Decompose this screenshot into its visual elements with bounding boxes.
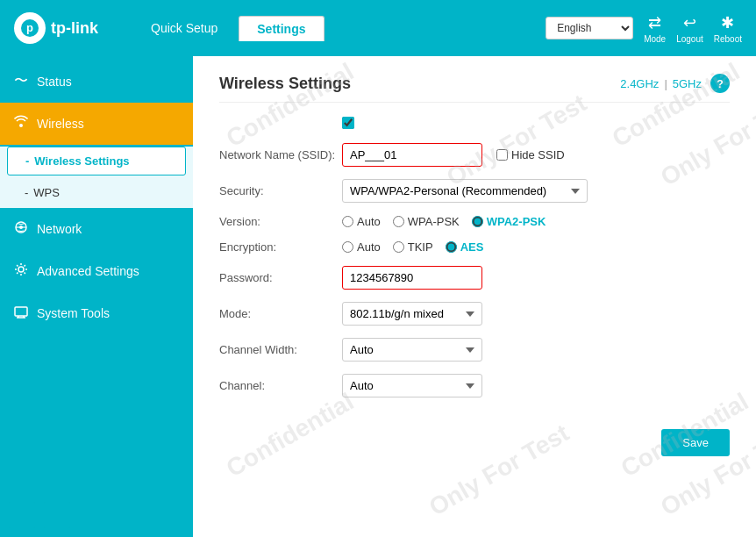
sidebar-sub-wireless-settings[interactable]: - Wireless Settings — [7, 147, 186, 175]
mode-label: Mode: — [219, 307, 342, 320]
security-label: Security: — [219, 184, 342, 197]
page-title: Wireless Settings — [219, 75, 351, 93]
reboot-button[interactable]: ✱ Reboot — [714, 13, 742, 44]
freq-2g-link[interactable]: 2.4GHz — [620, 77, 659, 90]
nav-tabs: Quick Setup Settings — [133, 16, 546, 41]
security-control: WPA/WPA2-Personal (Recommended) WPA/WPA2… — [342, 179, 730, 203]
sidebar-label-status: Status — [37, 75, 72, 89]
channel-width-row: Channel Width: Auto 20MHz 40MHz — [219, 338, 730, 362]
version-wpapsk-radio[interactable] — [393, 216, 404, 227]
encryption-auto-label[interactable]: Auto — [342, 240, 381, 254]
channel-width-select[interactable]: Auto 20MHz 40MHz — [342, 338, 482, 362]
sidebar-item-wireless[interactable]: Wireless — [0, 103, 193, 145]
encryption-aes-label[interactable]: AES — [446, 240, 484, 254]
security-select[interactable]: WPA/WPA2-Personal (Recommended) WPA/WPA2… — [342, 179, 588, 203]
content-header: Wireless Settings 2.4GHz | 5GHz ? — [219, 74, 730, 103]
sidebar-item-status[interactable]: 〜 Status — [0, 60, 193, 103]
encryption-row: Encryption: Auto TKIP AES — [219, 240, 730, 254]
channel-width-control: Auto 20MHz 40MHz — [342, 338, 730, 362]
sidebar-item-system[interactable]: System Tools — [0, 292, 193, 334]
mode-icon: ⇄ — [648, 13, 661, 32]
network-name-control: Hide SSID — [342, 143, 730, 167]
encryption-control: Auto TKIP AES — [342, 240, 730, 254]
mode-row: Mode: 802.11b/g/n mixed 802.11n only 802… — [219, 302, 730, 326]
sidebar-bottom-decoration — [9, 502, 70, 528]
sidebar-item-advanced[interactable]: Advanced Settings — [0, 250, 193, 292]
version-label: Version: — [219, 215, 342, 228]
sidebar-label-advanced: Advanced Settings — [37, 264, 139, 278]
freq-links: 2.4GHz | 5GHz — [620, 77, 702, 90]
network-name-row: Network Name (SSID): Hide SSID — [219, 143, 730, 167]
freq-5g-link[interactable]: 5GHz — [673, 77, 702, 90]
encryption-tkip-radio[interactable] — [393, 241, 404, 253]
version-row: Version: Auto WPA-PSK WPA2-PSK — [219, 215, 730, 228]
network-name-input[interactable] — [342, 143, 482, 167]
network-icon — [14, 220, 28, 238]
password-control — [342, 266, 730, 290]
logout-icon: ↩ — [683, 13, 696, 32]
sidebar-label-wireless: Wireless — [37, 117, 84, 131]
sidebar-label-system: System Tools — [37, 306, 110, 320]
hide-ssid-checkbox[interactable] — [496, 149, 508, 161]
header-right: English ⇄ Mode ↩ Logout ✱ Reboot — [546, 13, 742, 44]
version-wpa2psk-label[interactable]: WPA2-PSK — [472, 215, 546, 228]
sidebar-sub-wps[interactable]: - WPS — [0, 177, 193, 208]
svg-text:p: p — [26, 21, 33, 34]
header: p tp-link Quick Setup Settings English ⇄… — [0, 0, 756, 56]
security-row: Security: WPA/WPA2-Personal (Recommended… — [219, 179, 730, 203]
wireless-icon — [14, 115, 28, 132]
version-auto-radio[interactable] — [342, 216, 353, 227]
enable-radio-row — [219, 117, 730, 129]
channel-label: Channel: — [219, 379, 342, 392]
sidebar-sub-wireless: - Wireless Settings - WPS — [0, 147, 193, 208]
content-area: Confidential Only For Test Confidential … — [193, 56, 756, 537]
channel-select[interactable]: Auto 1234 5678 910111213 — [342, 374, 482, 397]
version-auto-label[interactable]: Auto — [342, 215, 381, 228]
password-label: Password: — [219, 271, 342, 284]
encryption-tkip-label[interactable]: TKIP — [393, 240, 433, 254]
channel-width-label: Channel Width: — [219, 343, 342, 356]
encryption-aes-radio[interactable] — [446, 241, 457, 253]
status-icon: 〜 — [14, 72, 28, 90]
channel-row: Channel: Auto 1234 5678 910111213 — [219, 374, 730, 397]
system-icon — [14, 304, 28, 322]
svg-point-5 — [18, 267, 24, 272]
enable-radio-checkbox[interactable] — [342, 117, 354, 129]
version-wpapsk-label[interactable]: WPA-PSK — [393, 215, 460, 228]
logout-button[interactable]: ↩ Logout — [676, 13, 703, 44]
tab-quick-setup[interactable]: Quick Setup — [133, 16, 235, 41]
tab-settings[interactable]: Settings — [239, 16, 324, 41]
network-name-label: Network Name (SSID): — [219, 148, 342, 161]
sidebar-label-network: Network — [37, 222, 82, 236]
sidebar-sub-label-wireless-settings: Wireless Settings — [34, 154, 129, 168]
version-control: Auto WPA-PSK WPA2-PSK — [342, 215, 730, 228]
mode-select[interactable]: 802.11b/g/n mixed 802.11n only 802.11g o… — [342, 302, 482, 326]
svg-rect-6 — [15, 307, 27, 316]
save-button[interactable]: Save — [661, 429, 730, 456]
logo-area: p tp-link — [14, 12, 98, 44]
logo-icon: p — [14, 12, 46, 44]
advanced-icon — [14, 262, 28, 280]
sidebar: 〜 Status Wireless - Wireless Settings - … — [0, 56, 193, 537]
main-layout: 〜 Status Wireless - Wireless Settings - … — [0, 56, 756, 537]
language-select[interactable]: English — [546, 17, 633, 39]
sidebar-item-network[interactable]: Network — [0, 208, 193, 250]
channel-control: Auto 1234 5678 910111213 — [342, 374, 730, 397]
password-input[interactable] — [342, 266, 482, 290]
encryption-auto-radio[interactable] — [342, 241, 353, 253]
brand-name: tp-link — [51, 19, 98, 38]
hide-ssid-label[interactable]: Hide SSID — [496, 148, 565, 161]
mode-button[interactable]: ⇄ Mode — [644, 13, 666, 44]
version-wpa2psk-radio[interactable] — [472, 216, 483, 227]
help-icon[interactable]: ? — [710, 74, 730, 93]
password-row: Password: — [219, 266, 730, 290]
encryption-label: Encryption: — [219, 240, 342, 254]
mode-control: 802.11b/g/n mixed 802.11n only 802.11g o… — [342, 302, 730, 326]
reboot-icon: ✱ — [721, 13, 734, 32]
freq-separator: | — [664, 77, 667, 90]
sidebar-sub-label-wps: WPS — [33, 186, 60, 199]
